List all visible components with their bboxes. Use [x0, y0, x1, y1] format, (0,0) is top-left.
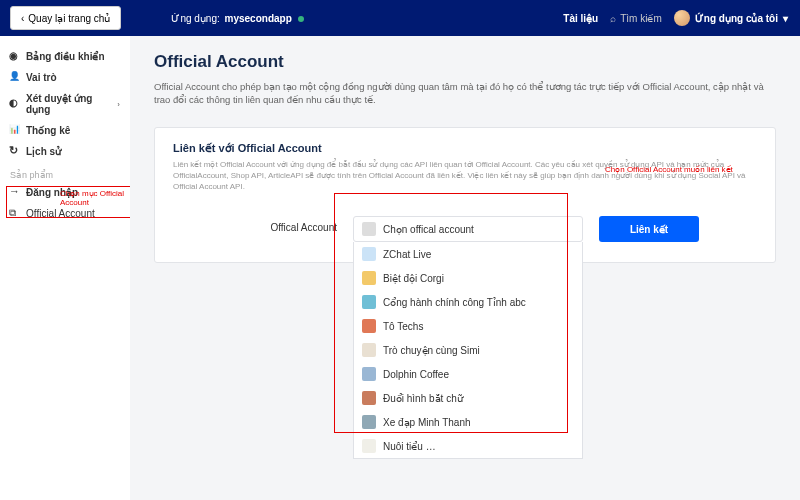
history-icon [10, 147, 20, 157]
my-apps-label: Ứng dụng của tôi [695, 13, 778, 24]
link-oa-panel: Liên kết với Official Account Liên kết m… [154, 127, 776, 264]
chevron-right-icon: › [117, 100, 120, 109]
top-bar: ‹ Quay lại trang chủ Ứng dụng: myseconda… [0, 0, 800, 36]
sidebar-item-dashboard[interactable]: Bảng điều khiển [0, 46, 130, 67]
search-icon: ⌕ [610, 13, 616, 24]
stats-icon [10, 126, 20, 136]
dropdown-option[interactable]: ZChat Live [354, 242, 582, 266]
sidebar-item-label: Bảng điều khiển [26, 51, 105, 62]
avatar-icon [674, 10, 690, 26]
option-thumb-icon [362, 343, 376, 357]
option-thumb-icon [362, 367, 376, 381]
sidebar-item-label: Official Account [26, 208, 95, 219]
selected-thumb-icon [362, 222, 376, 236]
chevron-left-icon: ‹ [21, 13, 24, 24]
docs-link[interactable]: Tài liệu [563, 13, 598, 24]
option-label: Biệt đội Corgi [383, 273, 444, 284]
sidebar-item-stats[interactable]: Thống kê [0, 120, 130, 141]
dashboard-icon [10, 52, 20, 62]
chevron-down-icon: ▾ [783, 13, 788, 24]
selected-label: Chọn offical account [383, 224, 474, 235]
option-label: Dolphin Coffee [383, 369, 449, 380]
login-icon [10, 188, 20, 198]
page-title: Official Account [154, 52, 776, 72]
role-icon [10, 73, 20, 83]
app-name: mysecondapp [225, 13, 292, 24]
field-label-oa: Offical Account [173, 216, 353, 233]
option-thumb-icon [362, 295, 376, 309]
sidebar-item-review[interactable]: Xét duyệt ứng dụng› [0, 88, 130, 120]
back-label: Quay lại trang chủ [28, 13, 110, 24]
dropdown-option[interactable]: Biệt đội Corgi [354, 266, 582, 290]
dropdown-menu: ZChat Live Biệt đội Corgi Cổng hành chín… [353, 242, 583, 459]
annotation-text-dropdown: Chọn Official Account muốn liên kết [605, 165, 733, 174]
dropdown-option[interactable]: Trò chuyện cùng Simi [354, 338, 582, 362]
dropdown-option[interactable]: Dolphin Coffee [354, 362, 582, 386]
option-thumb-icon [362, 247, 376, 261]
option-label: Trò chuyện cùng Simi [383, 345, 480, 356]
review-icon [10, 99, 20, 109]
dropdown-option[interactable]: Xe đạp Minh Thanh [354, 410, 582, 434]
annotation-text-sidebar: Chọn mục Official Account [60, 189, 130, 207]
option-label: Xe đạp Minh Thanh [383, 417, 471, 428]
sidebar: Bảng điều khiển Vai trò Xét duyệt ứng dụ… [0, 36, 130, 500]
dropdown-option[interactable]: Nuôi tiểu … [354, 434, 582, 458]
option-thumb-icon [362, 415, 376, 429]
my-apps-menu[interactable]: Ứng dụng của tôi ▾ [674, 10, 788, 26]
option-label: Nuôi tiểu … [383, 441, 436, 452]
option-label: Tô Techs [383, 321, 423, 332]
dropdown-selected[interactable]: Chọn offical account [353, 216, 583, 242]
sidebar-item-label: Thống kê [26, 125, 70, 136]
option-thumb-icon [362, 439, 376, 453]
dropdown-option[interactable]: Tô Techs [354, 314, 582, 338]
sidebar-item-label: Vai trò [26, 72, 57, 83]
dropdown-option[interactable]: Đuổi hình bắt chữ [354, 386, 582, 410]
oa-dropdown[interactable]: Chọn offical account ZChat Live Biệt đội… [353, 216, 583, 242]
dropdown-option[interactable]: Cổng hành chính công Tỉnh abc [354, 290, 582, 314]
option-thumb-icon [362, 391, 376, 405]
page-desc: Official Account cho phép bạn tạo một cộ… [154, 80, 776, 107]
search-placeholder: Tìm kiếm [620, 13, 662, 24]
option-label: Cổng hành chính công Tỉnh abc [383, 297, 526, 308]
status-dot-icon [298, 16, 304, 22]
option-thumb-icon [362, 319, 376, 333]
option-thumb-icon [362, 271, 376, 285]
official-account-icon [10, 209, 20, 219]
option-label: ZChat Live [383, 249, 431, 260]
sidebar-group-products: Sản phẩm [0, 162, 130, 182]
main-content: Official Account Official Account cho ph… [130, 36, 800, 500]
option-label: Đuổi hình bắt chữ [383, 393, 463, 404]
sidebar-item-roles[interactable]: Vai trò [0, 67, 130, 88]
panel-title: Liên kết với Official Account [173, 142, 757, 155]
app-label: Ứng dụng: mysecondapp [171, 13, 303, 24]
search-input[interactable]: ⌕ Tìm kiếm [604, 11, 668, 26]
sidebar-item-history[interactable]: Lịch sử [0, 141, 130, 162]
sidebar-item-label: Xét duyệt ứng dụng [26, 93, 111, 115]
back-button[interactable]: ‹ Quay lại trang chủ [10, 6, 121, 30]
sidebar-item-label: Lịch sử [26, 146, 61, 157]
link-button[interactable]: Liên kết [599, 216, 699, 242]
